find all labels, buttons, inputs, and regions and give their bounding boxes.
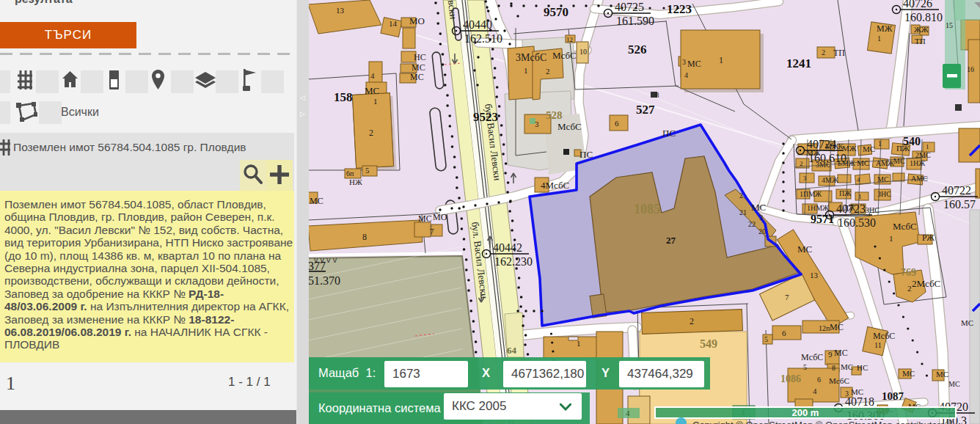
- svg-text:13: 13: [336, 6, 345, 15]
- svg-text:4: 4: [813, 387, 817, 395]
- svg-text:40442: 40442: [493, 241, 522, 254]
- svg-text:МС: МС: [834, 348, 848, 358]
- svg-text:МС: МС: [948, 380, 960, 388]
- svg-text:8: 8: [655, 90, 659, 99]
- svg-text:МС: МС: [797, 244, 812, 255]
- svg-text:МС: МС: [863, 145, 875, 153]
- svg-text:769: 769: [901, 267, 916, 278]
- svg-text:2: 2: [739, 191, 743, 200]
- svg-text:3МсбС: 3МсбС: [516, 52, 546, 63]
- svg-text:16: 16: [967, 65, 974, 73]
- svg-text:МЖ: МЖ: [842, 144, 857, 153]
- svg-text:5: 5: [365, 166, 370, 175]
- svg-text:40722: 40722: [942, 184, 971, 197]
- svg-text:1: 1: [858, 193, 862, 200]
- svg-text:14: 14: [389, 19, 398, 28]
- svg-text:МС: МС: [310, 196, 323, 206]
- svg-text:158: 158: [334, 90, 353, 104]
- svg-text:МС: МС: [410, 72, 424, 82]
- svg-text:5: 5: [803, 363, 807, 371]
- svg-text:528: 528: [546, 109, 563, 121]
- svg-text:161.590: 161.590: [616, 15, 654, 27]
- svg-text:4: 4: [857, 176, 860, 183]
- svg-text:МС: МС: [830, 322, 844, 332]
- svg-text:2: 2: [822, 48, 825, 56]
- svg-text:2МсбС: 2МсбС: [912, 278, 940, 289]
- svg-text:МсбС: МсбС: [893, 221, 917, 232]
- svg-text:3: 3: [845, 390, 849, 398]
- svg-text:МС: МС: [751, 202, 766, 213]
- svg-text:МС: МС: [687, 59, 701, 69]
- svg-text:9571: 9571: [811, 213, 834, 225]
- svg-text:7: 7: [785, 293, 789, 301]
- svg-text:162.230: 162.230: [494, 255, 533, 268]
- svg-text:1НМЖ: 1НМЖ: [807, 204, 829, 212]
- svg-text:МО: МО: [433, 212, 447, 222]
- svg-text:2МС: 2МС: [915, 151, 931, 159]
- svg-text:МС: МС: [893, 157, 905, 165]
- svg-text:МС: МС: [857, 158, 869, 167]
- svg-text:2: 2: [800, 160, 803, 167]
- svg-text:МС: МС: [418, 213, 432, 224]
- svg-text:РЖ: РЖ: [922, 233, 935, 243]
- svg-text:1: 1: [878, 139, 882, 147]
- svg-text:НС: НС: [414, 52, 426, 62]
- svg-text:2: 2: [369, 128, 373, 138]
- svg-text:40726: 40726: [903, 0, 932, 10]
- svg-text:ПС: ПС: [579, 149, 593, 160]
- svg-text:1087: 1087: [882, 390, 904, 402]
- svg-text:377: 377: [308, 260, 326, 272]
- svg-text:МЖК: МЖК: [825, 142, 844, 150]
- svg-text:1: 1: [889, 234, 893, 243]
- svg-text:МсбС: МсбС: [801, 352, 823, 362]
- svg-text:1ПМЖ: 1ПМЖ: [800, 190, 822, 198]
- svg-text:МЖ: МЖ: [877, 23, 893, 34]
- svg-text:МС: МС: [412, 62, 425, 73]
- svg-text:3: 3: [535, 120, 539, 128]
- svg-text:160.810: 160.810: [904, 11, 943, 23]
- svg-text:ЖЖ: ЖЖ: [914, 25, 929, 34]
- svg-text:4МсбС: 4МсбС: [541, 180, 569, 191]
- svg-text:МЖ: МЖ: [806, 148, 821, 157]
- svg-text:4: 4: [684, 71, 688, 79]
- svg-text:1: 1: [373, 97, 378, 106]
- svg-text:1: 1: [577, 339, 581, 348]
- svg-text:МсбС: МсбС: [557, 121, 582, 132]
- svg-text:11: 11: [874, 341, 882, 349]
- svg-text:ПЖ: ПЖ: [896, 144, 910, 153]
- svg-text:ПЖ: ПЖ: [839, 189, 851, 197]
- svg-text:160.530: 160.530: [838, 216, 876, 229]
- svg-text:ТП: ТП: [915, 37, 926, 45]
- svg-text:1: 1: [524, 66, 528, 75]
- svg-text:527: 527: [636, 103, 655, 117]
- svg-text:МС: МС: [961, 318, 973, 327]
- svg-text:1НЖ: 1НЖ: [910, 159, 925, 167]
- svg-text:МС: МС: [877, 175, 889, 183]
- svg-text:ЗНС: ЗНС: [877, 190, 891, 198]
- svg-text:3: 3: [682, 58, 686, 66]
- svg-text:2: 2: [546, 67, 550, 76]
- svg-text:7: 7: [430, 227, 434, 235]
- svg-text:1085: 1085: [634, 202, 660, 216]
- svg-text:40440: 40440: [463, 18, 492, 31]
- svg-text:64: 64: [507, 345, 517, 356]
- svg-text:4МЖ: 4МЖ: [822, 176, 838, 184]
- svg-text:2: 2: [907, 284, 912, 293]
- svg-text:526: 526: [628, 43, 647, 56]
- svg-text:ТП: ТП: [833, 48, 845, 58]
- svg-text:3: 3: [803, 175, 807, 182]
- svg-text:8: 8: [832, 364, 835, 372]
- svg-text:21: 21: [739, 208, 747, 216]
- svg-text:27: 27: [666, 235, 676, 246]
- svg-text:ПС: ПС: [662, 128, 676, 139]
- svg-text:МсбС: МсбС: [552, 50, 577, 61]
- svg-text:МС: МС: [851, 387, 863, 396]
- svg-text:МсбС: МсбС: [829, 376, 849, 385]
- svg-text:22: 22: [748, 220, 756, 228]
- svg-text:8: 8: [362, 232, 367, 242]
- svg-text:6: 6: [817, 376, 821, 384]
- svg-text:12п: 12п: [819, 324, 830, 332]
- svg-text:ЗНС: ЗНС: [866, 206, 880, 214]
- svg-text:МС: МС: [902, 369, 915, 378]
- svg-text:НС: НС: [857, 363, 868, 372]
